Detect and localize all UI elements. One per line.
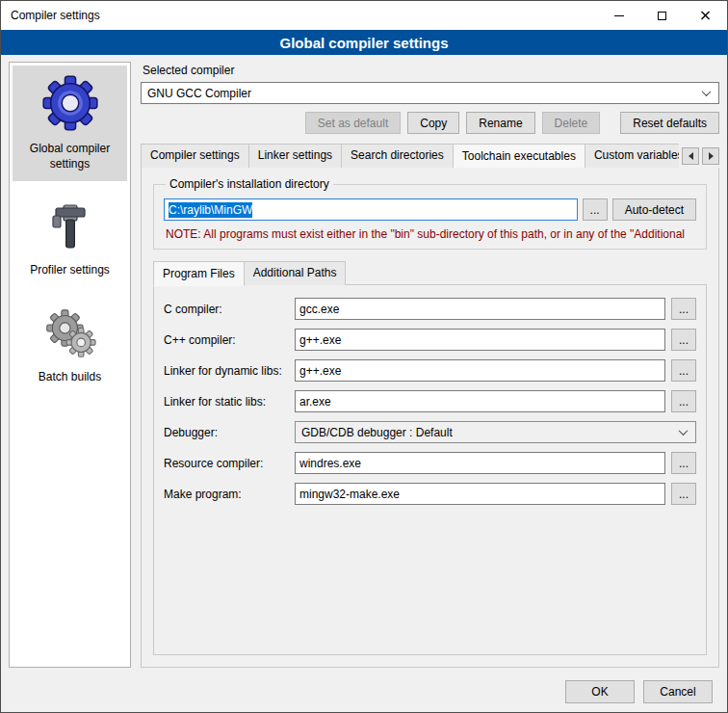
install-dir-note: NOTE: All programs must exist either in … <box>166 227 694 241</box>
form-row: Resource compiler:... <box>164 452 696 474</box>
copy-button[interactable]: Copy <box>407 112 459 134</box>
linker-for-dynamic-libs-label: Linker for dynamic libs: <box>164 364 289 378</box>
linker-for-dynamic-libs-input[interactable] <box>295 359 665 382</box>
inner-tab-strip: Program FilesAdditional Paths <box>153 261 707 285</box>
form-row: Linker for dynamic libs:... <box>164 359 696 382</box>
rename-button[interactable]: Rename <box>466 112 534 134</box>
toolchain-form: C compiler:...C++ compiler:...Linker for… <box>164 298 696 505</box>
set-as-default-button[interactable]: Set as default <box>305 112 401 134</box>
tab-custom-variables[interactable]: Custom variables <box>585 144 679 168</box>
install-dir-browse-button[interactable]: ... <box>583 198 608 221</box>
page-title: Global compiler settings <box>1 30 727 55</box>
tab-additional-paths[interactable]: Additional Paths <box>244 261 347 285</box>
tabstrip-wrap: Compiler settingsLinker settingsSearch d… <box>141 144 719 168</box>
right-arrow-icon <box>709 152 714 160</box>
blue-gear-icon <box>41 74 99 135</box>
close-icon: × <box>699 8 712 23</box>
install-dir-input[interactable]: C:\raylib\MinGW <box>164 198 578 221</box>
linker-for-static-libs-label: Linker for static libs: <box>164 395 289 409</box>
dialog-content: Global compiler settings Profiler settin… <box>1 55 727 673</box>
reset-defaults-button[interactable]: Reset defaults <box>620 112 719 134</box>
debugger-label: Debugger: <box>164 426 289 439</box>
form-row: Linker for static libs:... <box>164 390 696 412</box>
window-title: Compiler settings <box>1 9 100 22</box>
titlebar: Compiler settings × <box>1 1 727 30</box>
maximize-icon <box>658 12 666 20</box>
c-compiler-browse-button[interactable]: ... <box>671 298 696 320</box>
sidebar-item-label: Profiler settings <box>30 263 110 278</box>
compiler-select-value: GNU GCC Compiler <box>147 87 697 100</box>
install-dir-group: Compiler's installation directory C:\ray… <box>153 177 707 250</box>
cancel-button[interactable]: Cancel <box>643 680 713 703</box>
minimize-icon <box>614 15 624 16</box>
window-controls: × <box>597 1 727 30</box>
form-row: C compiler:... <box>164 298 696 320</box>
tab-search-directories[interactable]: Search directories <box>341 144 454 168</box>
debugger-select-value: GDB/CDB debugger : Default <box>301 426 674 439</box>
form-row: Make program:... <box>164 483 696 505</box>
selected-compiler-label: Selected compiler <box>143 64 719 77</box>
c-compiler-label: C++ compiler: <box>164 333 289 347</box>
tab-strip: Compiler settingsLinker settingsSearch d… <box>141 144 679 168</box>
sidebar-item-label: Batch builds <box>39 370 101 385</box>
tab-scroll-arrows <box>679 147 719 168</box>
install-dir-value: C:\raylib\MinGW <box>169 202 252 218</box>
install-dir-row: C:\raylib\MinGW ... Auto-detect <box>164 198 696 221</box>
c-compiler-label: C compiler: <box>164 303 289 316</box>
sidebar-item-batch-builds[interactable]: Batch builds <box>13 300 127 395</box>
install-dir-group-title: Compiler's installation directory <box>166 177 333 191</box>
make-program-input[interactable] <box>295 483 665 505</box>
debugger-select[interactable]: GDB/CDB debugger : Default <box>295 421 696 443</box>
make-program-browse-button[interactable]: ... <box>671 483 696 505</box>
c-compiler-input[interactable] <box>295 298 665 320</box>
linker-for-static-libs-browse-button[interactable]: ... <box>671 390 696 412</box>
linker-for-dynamic-libs-browse-button[interactable]: ... <box>671 359 696 382</box>
ok-button[interactable]: OK <box>565 680 635 703</box>
sidebar-item-label: Global compiler settings <box>14 142 125 172</box>
resource-compiler-browse-button[interactable]: ... <box>671 452 696 474</box>
tab-scroll-left-button[interactable] <box>682 147 699 165</box>
dialog-footer: OK Cancel <box>1 673 727 712</box>
toolchain-executables-panel: Compiler's installation directory C:\ray… <box>141 167 719 668</box>
resource-compiler-input[interactable] <box>295 452 665 474</box>
gray-gears-icon <box>43 308 97 363</box>
compiler-settings-window: Compiler settings × Global compiler sett… <box>0 0 728 713</box>
auto-detect-button[interactable]: Auto-detect <box>612 198 696 221</box>
linker-for-static-libs-input[interactable] <box>295 390 665 412</box>
sidebar-item-global-compiler-settings[interactable]: Global compiler settings <box>13 66 127 181</box>
tab-linker-settings[interactable]: Linker settings <box>248 144 342 168</box>
tab-program-files[interactable]: Program Files <box>153 261 245 286</box>
make-program-label: Make program: <box>164 488 289 501</box>
program-files-panel: C compiler:...C++ compiler:...Linker for… <box>153 284 707 655</box>
tab-toolchain-executables[interactable]: Toolchain executables <box>453 144 585 168</box>
maximize-button[interactable] <box>640 1 684 30</box>
left-arrow-icon <box>689 152 693 160</box>
profiler-tool-icon <box>46 201 94 256</box>
close-button[interactable]: × <box>684 1 727 30</box>
form-row: C++ compiler:... <box>164 329 696 351</box>
delete-button[interactable]: Delete <box>542 112 601 134</box>
tab-scroll-right-button[interactable] <box>702 147 719 165</box>
compiler-buttons: Set as defaultCopyRenameDeleteReset defa… <box>141 112 719 134</box>
sidebar: Global compiler settings Profiler settin… <box>9 62 131 668</box>
main-panel: Selected compiler GNU GCC Compiler Set a… <box>141 62 719 668</box>
minimize-button[interactable] <box>597 1 640 30</box>
compiler-select[interactable]: GNU GCC Compiler <box>141 82 719 104</box>
chevron-down-icon <box>679 426 689 436</box>
tab-compiler-settings[interactable]: Compiler settings <box>141 144 249 168</box>
form-row: Debugger:GDB/CDB debugger : Default <box>164 421 696 443</box>
sidebar-item-profiler-settings[interactable]: Profiler settings <box>13 193 127 288</box>
resource-compiler-label: Resource compiler: <box>164 457 289 470</box>
chevron-down-icon <box>702 87 712 96</box>
c-compiler-browse-button[interactable]: ... <box>671 329 696 351</box>
c-compiler-input[interactable] <box>295 329 665 351</box>
